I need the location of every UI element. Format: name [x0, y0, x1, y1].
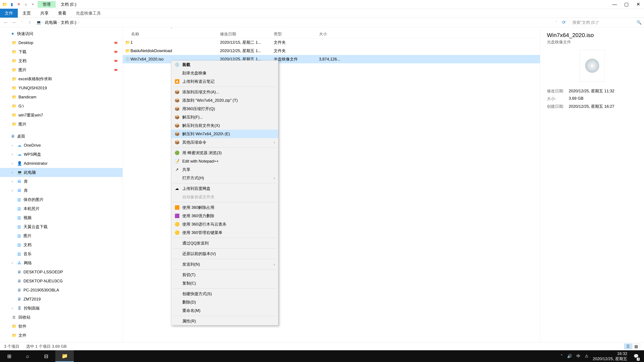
context-menu-item[interactable]: 📦 解压到当前文件夹(X) [171, 121, 278, 130]
context-menu-item[interactable]: 📦 添加到压缩文件(A)... [171, 88, 278, 96]
tree-software[interactable]: 📁软件 [0, 322, 122, 331]
tree-item[interactable]: ▥图片 [0, 231, 122, 240]
breadcrumb-root[interactable]: 此电脑 [45, 20, 57, 25]
view-large-icons-button[interactable]: ▦ [632, 344, 640, 349]
back-button[interactable]: ← [2, 20, 9, 25]
tree-item[interactable]: 🖥DESKTOP-NJEU3CG [0, 277, 122, 286]
refresh-icon[interactable]: ⟳ [562, 20, 566, 25]
maximize-button[interactable]: ▢ [620, 0, 632, 9]
minimize-button[interactable]: — [609, 0, 620, 9]
tree-item[interactable]: 🖥ZMT2019 [0, 295, 122, 304]
context-menu-item[interactable]: 📦 用360压缩打开(Q) [171, 105, 278, 113]
tab-file[interactable]: 文件 [0, 9, 18, 17]
context-menu-item[interactable]: 📝 Edit with Notepad++ [171, 157, 278, 165]
tree-control-panel[interactable]: ›🎛控制面板 [0, 304, 122, 313]
tab-disc-image-tools[interactable]: 光盘映像工具 [71, 9, 106, 17]
breadcrumb-location[interactable]: 文档 (E:) [61, 20, 76, 25]
tree-item[interactable]: ›☁WPS网盘 [0, 150, 122, 159]
tree-item[interactable]: ▥视频 [0, 213, 122, 222]
context-menu-item[interactable]: 剪切(T) [171, 271, 278, 279]
context-menu-item[interactable]: 打开方式(H)› [171, 174, 278, 182]
context-menu-item[interactable]: 通过QQ发送到 [171, 239, 278, 247]
forward-button[interactable]: → [10, 20, 17, 25]
tree-item[interactable]: 📁YUNQISHI2019 [0, 83, 122, 92]
tree-item[interactable]: 📁excel表格制作求和 [0, 74, 122, 83]
context-menu-item[interactable]: 🟡 使用 360管理右键菜单 [171, 228, 278, 237]
tree-item[interactable]: 📁G:\ [0, 102, 122, 111]
close-button[interactable]: ✕ [632, 0, 644, 9]
context-menu-item[interactable]: 发送到(N)› [171, 260, 278, 269]
tree-quick-access[interactable]: ★快速访问 [0, 29, 122, 38]
context-menu-item[interactable]: 🔼 上传到有道云笔记 [171, 77, 278, 86]
tab-share[interactable]: 共享 [36, 9, 53, 17]
file-row[interactable]: 📁 1 2020/12/15, 星期二 1... 文件夹 [123, 38, 540, 46]
context-menu-item[interactable]: 🟧 使用 360解除占用 [171, 203, 278, 212]
taskbar-explorer[interactable]: 📁 [55, 350, 74, 362]
column-type[interactable]: 类型 [274, 31, 319, 37]
file-row[interactable]: 📁 BaiduNetdiskDownload 2020/12/25, 星期五 1… [123, 46, 540, 55]
search-input[interactable]: 搜索"文档 (E:)" 🔍 [570, 20, 642, 25]
context-menu-item[interactable]: 📦 其他压缩命令› [171, 138, 278, 146]
context-menu-item[interactable]: 💿 装载 [171, 60, 278, 69]
tree-item[interactable]: 📁Desktop📌 [0, 38, 122, 47]
taskbar-clock[interactable]: 16:32 2020/12/25, 星期五 [593, 351, 627, 361]
tree-item[interactable]: 📁win7重装win7 [0, 111, 122, 120]
context-menu-item[interactable]: 📦 添加到 "Win7x64_2020.zip" (T) [171, 96, 278, 105]
search-button[interactable]: ⌕ [18, 350, 37, 362]
tree-item[interactable]: 📁下载📌 [0, 47, 122, 56]
notification-center-button[interactable]: 💬3 [632, 350, 641, 362]
tray-volume-icon[interactable]: 🔊 [567, 354, 572, 359]
context-menu-item[interactable]: 删除(D) [171, 298, 278, 306]
context-menu-item[interactable]: 自动备份该文件夹 [171, 193, 278, 201]
context-menu-item[interactable]: 🟢 用 蜂蜜浏览器 浏览(3) [171, 149, 278, 157]
tree-files[interactable]: 📁文件 [0, 331, 122, 340]
tick-icon[interactable]: ▮ [9, 2, 14, 7]
context-menu-item[interactable]: 🟪 使用 360强力删除 [171, 212, 278, 220]
tab-view[interactable]: 查看 [53, 9, 71, 17]
tree-item[interactable]: 📁Bandicam [0, 92, 122, 102]
tree-desktop-root[interactable]: 🖥桌面 [0, 132, 122, 141]
tree-item[interactable]: ›☁OneDrive [0, 141, 122, 150]
context-menu-item[interactable]: ↗ 共享 [171, 165, 278, 174]
address-dropdown-icon[interactable]: ˅ [556, 21, 557, 24]
tree-item[interactable]: 📁文档📌 [0, 56, 122, 65]
column-name[interactable]: 名称 [123, 31, 220, 37]
tree-item[interactable]: 📁图片 [0, 120, 122, 129]
close-icon[interactable]: ✕ [16, 2, 22, 7]
context-menu-item[interactable]: ☁ 上传到百度网盘 [171, 184, 278, 193]
context-menu-item[interactable]: 创建快捷方式(S) [171, 290, 278, 298]
context-menu-item[interactable]: 属性(R) [171, 317, 278, 325]
task-view-button[interactable]: ⊟ [37, 350, 55, 362]
tree-item[interactable]: ▥本机照片 [0, 204, 122, 213]
column-date[interactable]: 修改日期 [220, 31, 274, 37]
start-button[interactable]: ⊞ [0, 350, 18, 362]
context-menu-item[interactable]: 📦 解压到 Win7x64_2020\ (E) [171, 130, 278, 138]
context-menu-item[interactable]: 🟡 使用 360进行木马云查杀 [171, 220, 278, 228]
view-details-button[interactable]: ☰ [624, 344, 632, 349]
tree-item[interactable]: ›🏛库 [0, 177, 122, 186]
tree-item[interactable]: ▥保存的图片 [0, 195, 122, 204]
tree-item[interactable]: 🖥PC-20190530OBLA [0, 286, 122, 295]
tree-item[interactable]: ▥天翼云盘下载 [0, 222, 122, 231]
tree-item[interactable]: ▥音乐 [0, 249, 122, 258]
tree-item[interactable]: ›💻此电脑 [0, 168, 122, 177]
tray-network-icon[interactable]: ⚠ [585, 354, 588, 359]
tree-item[interactable]: 🖥DESKTOP-LSSOEDP [0, 268, 122, 277]
navigation-tree[interactable]: ★快速访问 📁Desktop📌📁下载📌📁文档📌📁图片📌📁excel表格制作求和📁… [0, 27, 123, 342]
tree-recycle-bin[interactable]: 🗑回收站 [0, 313, 122, 322]
context-menu-item[interactable]: 还原以前的版本(V) [171, 250, 278, 258]
tree-item[interactable]: ▥文档 [0, 240, 122, 249]
tab-home[interactable]: 主页 [18, 9, 36, 17]
tree-item[interactable]: ›👤Administrator [0, 159, 122, 168]
context-menu-item[interactable]: 📦 解压到(F)... [171, 113, 278, 121]
tray-chevron-up-icon[interactable]: ˄ [561, 354, 563, 359]
tree-network[interactable]: ›🖧网络 [0, 258, 122, 268]
recent-dropdown[interactable]: ˅ [18, 21, 25, 24]
properties-icon[interactable]: ⌾ [23, 2, 28, 7]
tray-ime-indicator[interactable]: 中 [576, 354, 580, 359]
chevron-down-icon[interactable]: ▾ [30, 2, 36, 7]
context-menu-item[interactable]: 刻录光盘映像 [171, 69, 278, 77]
context-menu-item[interactable]: 重命名(M) [171, 306, 278, 315]
column-size[interactable]: 大小 [319, 31, 351, 37]
up-button[interactable]: ↑ [26, 20, 33, 25]
